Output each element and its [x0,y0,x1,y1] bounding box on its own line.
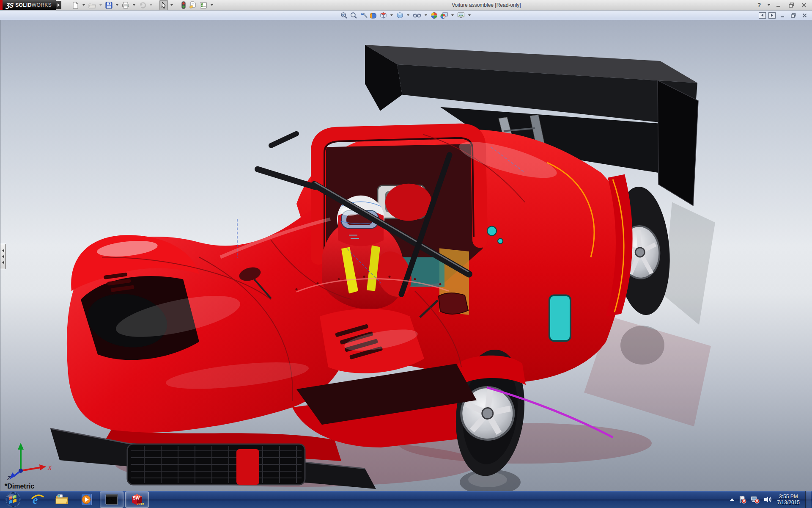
select-dropdown[interactable] [170,4,173,6]
zoom-to-area-button[interactable] [350,11,358,19]
previous-view-icon [360,12,368,19]
window-controls: ? [754,0,809,10]
options-checklist-icon [200,2,207,9]
hidden-icons-button[interactable] [730,498,734,501]
triad-y-arrow [18,443,24,450]
action-center-flag-icon[interactable] [738,495,746,504]
previous-view-button[interactable] [359,11,368,19]
race-car-model[interactable] [0,20,812,491]
hide-show-items-button[interactable] [412,11,422,19]
teal-dial-small [498,239,503,244]
sw-letters: SW [133,496,140,500]
minimize-icon [776,3,781,8]
restore-button[interactable] [786,1,797,9]
undo-dropdown[interactable] [150,4,152,6]
network-error-icon[interactable] [750,495,760,504]
apply-scene-dropdown[interactable] [451,14,454,16]
solidworks-window: ƷS SOLIDWORKS [0,0,812,508]
show-desktop-button[interactable] [805,491,811,508]
file-properties-button[interactable] [188,0,198,10]
system-tray: 3:55 PM 7/13/2015 [730,491,812,508]
triad-z-label: Z [7,475,11,480]
menu-expand-arrow[interactable] [56,1,61,9]
teal-dial-large [487,226,497,236]
solidworks-2015-icon: SW 2015 [129,492,145,507]
new-document-button[interactable] [71,0,80,10]
solidworks-logo[interactable]: ƷS SOLIDWORKS [3,0,56,10]
print-button[interactable] [121,0,130,10]
view-settings-dropdown[interactable] [468,14,471,16]
select-button[interactable] [159,0,168,10]
view-settings-icon [457,12,465,19]
print-dropdown[interactable] [133,4,135,6]
rebuild-button[interactable] [180,0,187,10]
view-orientation-label: *Dimetric [5,483,34,490]
command-prompt-icon: C:\_ [105,494,118,505]
rebuild-traffic-light-icon [181,1,186,9]
view-orientation-button[interactable] [379,11,387,19]
doc-minimize-button[interactable] [778,12,787,19]
sw-badge: 2015 [137,502,144,506]
open-button[interactable] [88,0,97,10]
start-button[interactable] [2,492,25,507]
close-button[interactable] [798,1,809,9]
headsup-view-toolbar [340,11,472,19]
apply-scene-icon [440,12,448,19]
zoom-to-fit-button[interactable] [340,11,348,19]
folder-icon [55,494,69,505]
save-button[interactable] [104,0,113,10]
open-icon [88,2,96,9]
taskbar-buttons: e [0,491,149,508]
taskbar-clock[interactable]: 3:55 PM 7/13/2015 [777,494,800,505]
undo-button[interactable] [138,0,147,10]
help-icon: ? [757,2,761,8]
pane-left-icon [761,14,763,17]
section-view-icon [370,12,377,19]
help-dropdown[interactable] [768,4,770,6]
display-style-dropdown[interactable] [407,14,409,16]
windows-explorer-button[interactable] [51,492,74,507]
edit-appearance-button[interactable] [430,11,438,19]
view-orientation-dropdown[interactable] [390,14,393,16]
save-dropdown[interactable] [116,4,118,6]
orientation-triad: X Z [6,439,53,480]
pane-right-icon [771,14,773,17]
doc-close-icon [802,13,807,18]
undo-icon [139,2,146,9]
pane-right-button[interactable] [768,12,776,19]
featuremanager-collapse-handle[interactable] [0,244,6,269]
help-button[interactable]: ? [754,1,765,9]
minimize-button[interactable] [773,1,784,9]
solidworks-2015-button[interactable]: SW 2015 [125,491,149,508]
apply-scene-button[interactable] [440,11,448,19]
graphics-area[interactable]: X Z *Dimetric [0,20,812,491]
doc-restore-button[interactable] [789,12,798,19]
close-icon [801,3,807,8]
display-style-icon [396,12,403,19]
options-button[interactable] [199,0,208,10]
display-style-button[interactable] [396,11,404,19]
doc-minimize-icon [780,13,785,18]
options-dropdown[interactable] [211,4,213,6]
clock-time: 3:55 PM [777,494,800,500]
volume-icon[interactable] [763,496,772,503]
section-view-button[interactable] [370,11,378,19]
file-properties-icon [189,1,197,9]
menu-bar: ƷS SOLIDWORKS [0,0,812,11]
document-bar [0,11,812,20]
headrest-fairing [385,184,432,221]
command-prompt-button[interactable]: C:\_ [100,491,123,508]
new-document-dropdown[interactable] [82,4,85,6]
cmd-prompt-text: C:\_ [107,498,115,501]
media-player-button[interactable] [75,492,98,507]
internet-explorer-button[interactable]: e [26,492,49,507]
media-player-icon [80,493,93,506]
standard-toolbar [71,0,214,10]
pane-left-button[interactable] [759,12,766,19]
side-window-teal [549,295,571,341]
document-window-controls [759,11,809,19]
hide-show-items-dropdown[interactable] [425,14,427,16]
doc-close-button[interactable] [800,12,809,19]
open-dropdown[interactable] [99,4,102,6]
view-settings-button[interactable] [457,11,465,19]
